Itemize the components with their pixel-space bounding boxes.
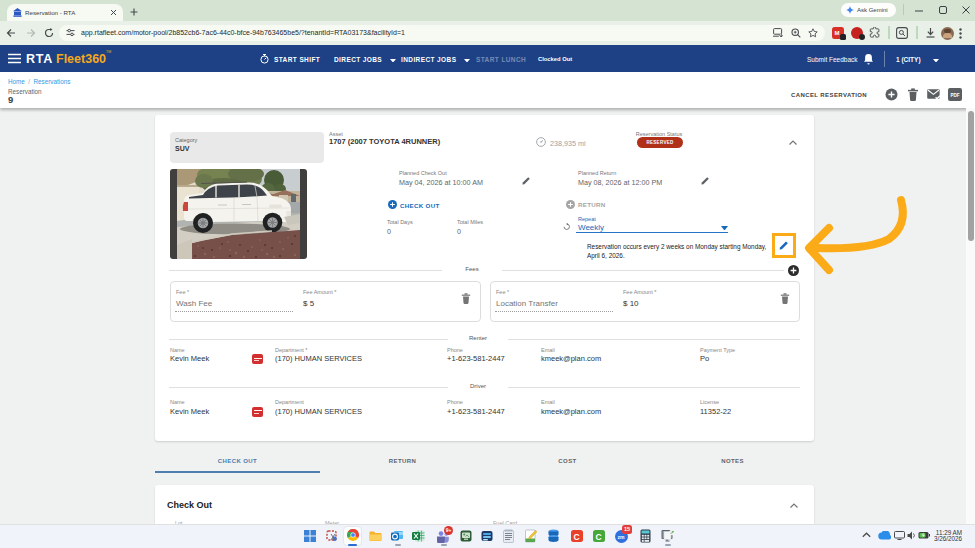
svg-text:PDF: PDF	[950, 93, 959, 98]
